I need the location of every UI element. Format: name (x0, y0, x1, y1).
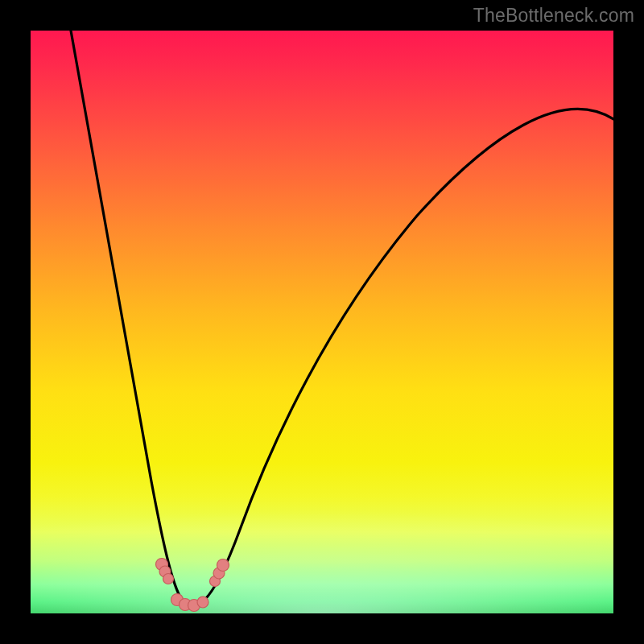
bottom-glow (31, 477, 613, 613)
marker-cluster (156, 559, 229, 612)
bottleneck-curve (71, 31, 613, 605)
bead (213, 568, 225, 579)
bead (188, 600, 200, 612)
bead (159, 566, 171, 577)
bead (163, 574, 174, 584)
curve-svg (31, 31, 613, 613)
bead (217, 559, 229, 572)
plot-area (31, 31, 613, 613)
chart-frame: TheBottleneck.com (0, 0, 644, 644)
bead (197, 597, 208, 608)
bead (171, 594, 184, 606)
watermark-text: TheBottleneck.com (473, 5, 634, 27)
bead (210, 576, 221, 587)
bead (156, 559, 168, 571)
bead (180, 599, 192, 611)
